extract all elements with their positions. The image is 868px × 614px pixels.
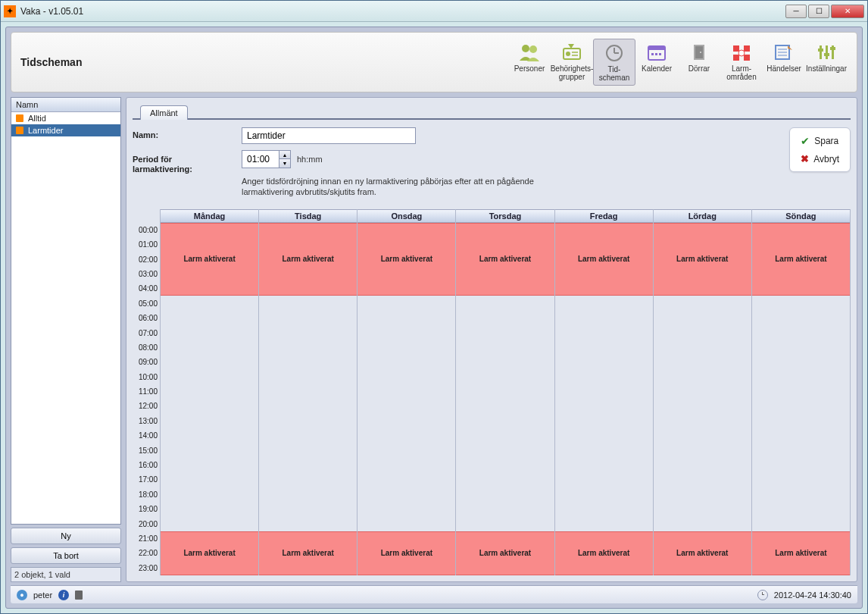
day-column: TorsdagLarm aktiveratLarm aktiverat bbox=[455, 209, 554, 575]
period-input[interactable] bbox=[242, 151, 279, 168]
minimize-button[interactable]: ─ bbox=[785, 5, 807, 18]
toolbar-label: Dörrar bbox=[688, 64, 710, 81]
maximize-button[interactable]: ☐ bbox=[808, 5, 829, 18]
time-label: 17:00 bbox=[133, 472, 160, 487]
tidscheman-icon bbox=[603, 42, 626, 64]
new-button[interactable]: Ny bbox=[11, 528, 121, 544]
hhmm-label: hh:mm bbox=[297, 155, 323, 164]
alarm-block[interactable]: Larm aktiverat bbox=[752, 223, 850, 296]
day-body[interactable]: Larm aktiveratLarm aktiverat bbox=[555, 223, 653, 575]
day-header: Onsdag bbox=[358, 209, 455, 223]
statusbar: ● peter i 2012-04-24 14:30:40 bbox=[11, 585, 857, 603]
toolbar-personer[interactable]: Personer bbox=[508, 39, 551, 86]
app-icon: ✦ bbox=[4, 5, 16, 17]
cross-icon: ✖ bbox=[801, 153, 809, 164]
time-label: 11:00 bbox=[133, 384, 160, 399]
day-body[interactable]: Larm aktiveratLarm aktiverat bbox=[456, 223, 554, 575]
toolbar-behorighet[interactable]: Behörighets-grupper bbox=[551, 39, 593, 86]
svg-rect-18 bbox=[744, 45, 750, 52]
behorighet-icon bbox=[560, 42, 583, 63]
action-box: ✔ Spara ✖ Avbryt bbox=[789, 127, 851, 172]
alarm-block[interactable]: Larm aktiverat bbox=[259, 531, 357, 575]
delete-button[interactable]: Ta bort bbox=[11, 547, 121, 564]
day-body[interactable]: Larm aktiveratLarm aktiverat bbox=[161, 223, 258, 575]
day-column: LördagLarm aktiveratLarm aktiverat bbox=[653, 209, 751, 575]
toolbar-larmomraden[interactable]: Larm-områden bbox=[720, 39, 763, 86]
day-header: Måndag bbox=[161, 209, 258, 223]
alarm-block[interactable]: Larm aktiverat bbox=[555, 531, 653, 575]
svg-rect-12 bbox=[655, 53, 657, 55]
svg-point-1 bbox=[529, 45, 537, 53]
svg-rect-13 bbox=[659, 53, 661, 55]
sidebar-status: 2 objekt, 1 vald bbox=[11, 567, 121, 582]
alarm-block[interactable]: Larm aktiverat bbox=[752, 531, 850, 575]
time-label: 09:00 bbox=[133, 355, 160, 369]
time-label: 10:00 bbox=[133, 370, 160, 384]
day-header: Fredag bbox=[555, 209, 653, 223]
alarm-block[interactable]: Larm aktiverat bbox=[456, 223, 554, 296]
alarm-block[interactable]: Larm aktiverat bbox=[358, 531, 455, 575]
alarm-block[interactable]: Larm aktiverat bbox=[358, 223, 455, 296]
svg-rect-11 bbox=[651, 53, 654, 55]
page-title: Tidscheman bbox=[20, 56, 82, 68]
svg-rect-26 bbox=[820, 45, 822, 59]
time-label: 06:00 bbox=[133, 311, 160, 325]
time-label: 01:00 bbox=[133, 237, 160, 252]
personer-icon bbox=[518, 42, 541, 63]
period-spinner[interactable]: ▲ ▼ bbox=[242, 150, 291, 168]
sidebar: Namn AlltidLarmtider Ny Ta bort 2 objekt… bbox=[11, 97, 121, 582]
time-label: 03:00 bbox=[133, 267, 160, 281]
day-header: Söndag bbox=[752, 209, 850, 223]
check-icon: ✔ bbox=[801, 135, 810, 147]
close-button[interactable]: ✕ bbox=[831, 5, 864, 18]
day-body[interactable]: Larm aktiveratLarm aktiverat bbox=[358, 223, 455, 575]
svg-point-21 bbox=[738, 50, 745, 56]
svg-rect-19 bbox=[733, 55, 739, 61]
window-title: Vaka - v1.05.01 bbox=[20, 6, 785, 17]
svg-rect-30 bbox=[824, 53, 829, 56]
svg-point-0 bbox=[522, 45, 529, 52]
alarm-block[interactable]: Larm aktiverat bbox=[161, 223, 258, 296]
handelser-icon bbox=[773, 42, 795, 63]
day-body[interactable]: Larm aktiveratLarm aktiverat bbox=[259, 223, 357, 575]
alarm-block[interactable]: Larm aktiverat bbox=[555, 223, 653, 296]
time-label: 02:00 bbox=[133, 252, 160, 266]
spin-down-button[interactable]: ▼ bbox=[279, 159, 290, 168]
cancel-label: Avbryt bbox=[813, 154, 839, 164]
larmomraden-icon bbox=[730, 42, 753, 63]
time-label: 00:00 bbox=[133, 223, 160, 237]
alarm-block[interactable]: Larm aktiverat bbox=[259, 223, 357, 296]
status-user: peter bbox=[33, 591, 52, 600]
alarm-block[interactable]: Larm aktiverat bbox=[456, 531, 554, 575]
tab-general[interactable]: Allmänt bbox=[140, 105, 188, 120]
toolbar-dorrar[interactable]: Dörrar bbox=[678, 39, 720, 86]
toolbar-label: Händelser bbox=[767, 64, 801, 81]
info-icon[interactable]: i bbox=[58, 590, 69, 600]
toolbar-label: Behörighets-grupper bbox=[551, 64, 594, 81]
list-header: Namn bbox=[11, 98, 120, 112]
save-button[interactable]: ✔ Spara bbox=[798, 133, 842, 149]
list-item[interactable]: Larmtider bbox=[11, 124, 120, 136]
alarm-block[interactable]: Larm aktiverat bbox=[161, 531, 258, 575]
toolbar-label: Larm-områden bbox=[726, 64, 756, 81]
clock-icon bbox=[757, 590, 768, 600]
list-item[interactable]: Alltid bbox=[11, 112, 120, 124]
device-icon[interactable] bbox=[75, 591, 83, 600]
toolbar-handelser[interactable]: Händelser bbox=[763, 39, 805, 86]
toolbar-tidscheman[interactable]: Tid-scheman bbox=[593, 39, 635, 86]
help-text: Anger tidsfördröjning innan en ny larmak… bbox=[242, 176, 560, 198]
toolbar-kalender[interactable]: Kalender bbox=[635, 39, 678, 86]
time-label: 18:00 bbox=[133, 487, 160, 502]
time-label: 14:00 bbox=[133, 428, 160, 443]
cancel-button[interactable]: ✖ Avbryt bbox=[798, 151, 842, 167]
dorrar-icon bbox=[688, 42, 710, 63]
toolbar-label: Tid-scheman bbox=[599, 65, 630, 82]
toolbar-installningar[interactable]: Inställningar bbox=[805, 39, 848, 86]
day-body[interactable]: Larm aktiveratLarm aktiverat bbox=[752, 223, 850, 575]
name-input[interactable] bbox=[242, 127, 416, 144]
spin-up-button[interactable]: ▲ bbox=[279, 151, 290, 159]
alarm-block[interactable]: Larm aktiverat bbox=[654, 531, 751, 575]
toolbar-label: Personer bbox=[514, 64, 545, 81]
alarm-block[interactable]: Larm aktiverat bbox=[654, 223, 751, 296]
day-body[interactable]: Larm aktiveratLarm aktiverat bbox=[654, 223, 751, 575]
